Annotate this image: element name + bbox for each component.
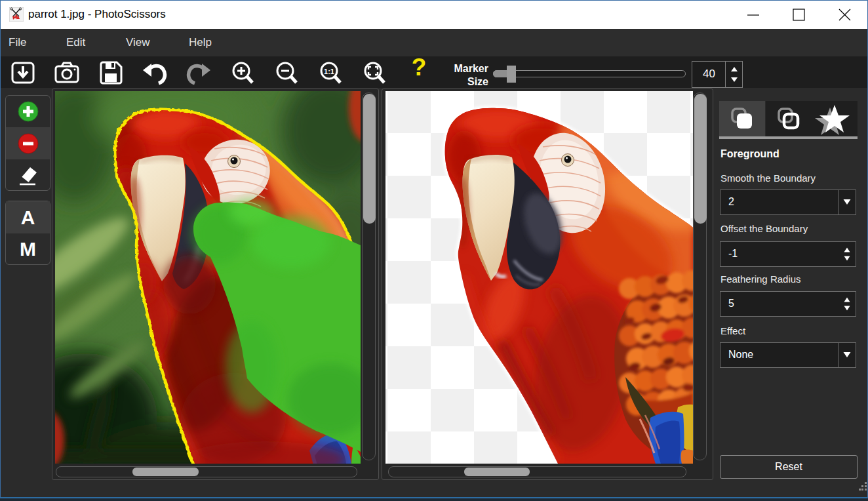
svg-text:1:1: 1:1 bbox=[324, 68, 334, 75]
